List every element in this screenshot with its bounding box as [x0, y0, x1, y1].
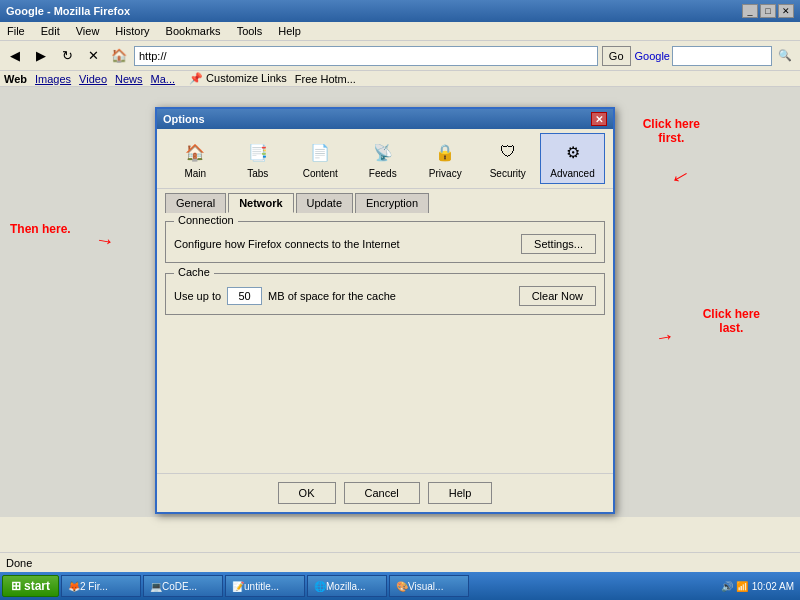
visual-icon: 🎨: [396, 581, 408, 592]
tab-general[interactable]: General: [165, 193, 226, 213]
maximize-button[interactable]: □: [760, 4, 776, 18]
menu-history[interactable]: History: [112, 24, 152, 38]
news-link[interactable]: News: [115, 73, 143, 85]
content-label: Content: [303, 168, 338, 179]
content-icon: 📄: [306, 138, 334, 166]
settings-button[interactable]: Settings...: [521, 234, 596, 254]
browser-content: Options ✕ 🏠 Main 📑 Tabs 📄 Content 📡 Feed…: [0, 87, 800, 517]
reload-button[interactable]: ↻: [56, 45, 78, 67]
tab-encryption[interactable]: Encryption: [355, 193, 429, 213]
cache-legend: Cache: [174, 266, 214, 278]
options-dialog: Options ✕ 🏠 Main 📑 Tabs 📄 Content 📡 Feed…: [155, 107, 615, 514]
status-text: Done: [6, 557, 32, 569]
back-button[interactable]: ◀: [4, 45, 26, 67]
google-search-button[interactable]: 🔍: [774, 45, 796, 67]
menu-edit[interactable]: Edit: [38, 24, 63, 38]
mozilla-icon: 🌐: [314, 581, 326, 592]
advanced-label: Advanced: [550, 168, 594, 179]
security-icon: 🛡: [494, 138, 522, 166]
main-label: Main: [184, 168, 206, 179]
clear-now-button[interactable]: Clear Now: [519, 286, 596, 306]
toolbar: ◀ ▶ ↻ ✕ 🏠 Go Google 🔍: [0, 41, 800, 71]
feeds-label: Feeds: [369, 168, 397, 179]
icon-main[interactable]: 🏠 Main: [165, 133, 226, 184]
forward-button[interactable]: ▶: [30, 45, 52, 67]
start-icon: ⊞: [11, 579, 21, 593]
dialog-tabs: General Network Update Encryption: [157, 189, 613, 213]
google-search-input[interactable]: [672, 46, 772, 66]
links-bar: Web Images Video News Ma... 📌 Customize …: [0, 71, 800, 87]
dialog-icon-bar: 🏠 Main 📑 Tabs 📄 Content 📡 Feeds 🔒 Privac…: [157, 129, 613, 189]
status-bar: Done: [0, 552, 800, 572]
connection-description: Configure how Firefox connects to the In…: [174, 238, 400, 250]
go-button[interactable]: Go: [602, 46, 631, 66]
menu-view[interactable]: View: [73, 24, 103, 38]
cancel-button[interactable]: Cancel: [344, 482, 420, 504]
address-bar[interactable]: [134, 46, 598, 66]
feeds-icon: 📡: [369, 138, 397, 166]
taskbar-item-firefox[interactable]: 🦊 2 Fir...: [61, 575, 141, 597]
system-tray: 🔊 📶: [721, 581, 748, 592]
links-label: Web: [4, 73, 27, 85]
cache-content: Use up to MB of space for the cache Clea…: [166, 274, 604, 314]
home-button[interactable]: 🏠: [108, 45, 130, 67]
taskbar-right: 🔊 📶 10:02 AM: [721, 581, 798, 592]
minimize-button[interactable]: _: [742, 4, 758, 18]
icon-tabs[interactable]: 📑 Tabs: [228, 133, 289, 184]
main-icon: 🏠: [181, 138, 209, 166]
connection-content: Configure how Firefox connects to the In…: [166, 222, 604, 262]
taskbar-item-untitled[interactable]: 📝 untitle...: [225, 575, 305, 597]
stop-button[interactable]: ✕: [82, 45, 104, 67]
taskbar-item-code[interactable]: 💻 CoDE...: [143, 575, 223, 597]
code-icon: 💻: [150, 581, 162, 592]
untitled-icon: 📝: [232, 581, 244, 592]
start-button[interactable]: ⊞ start: [2, 575, 59, 597]
browser-titlebar: Google - Mozilla Firefox _ □ ✕: [0, 0, 800, 22]
help-button[interactable]: Help: [428, 482, 493, 504]
ok-button[interactable]: OK: [278, 482, 336, 504]
images-link[interactable]: Images: [35, 73, 71, 85]
free-hotmail-link[interactable]: Free Hotm...: [295, 73, 356, 85]
cache-size-input[interactable]: [227, 287, 262, 305]
tab-update[interactable]: Update: [296, 193, 353, 213]
customize-links[interactable]: 📌 Customize Links: [189, 72, 287, 85]
taskbar: ⊞ start 🦊 2 Fir... 💻 CoDE... 📝 untitle..…: [0, 572, 800, 600]
clock: 10:02 AM: [752, 581, 794, 592]
cache-group: Cache Use up to MB of space for the cach…: [165, 273, 605, 315]
google-label: Google: [635, 50, 670, 62]
menu-tools[interactable]: Tools: [234, 24, 266, 38]
tab-network[interactable]: Network: [228, 193, 293, 213]
menu-bookmarks[interactable]: Bookmarks: [163, 24, 224, 38]
dialog-body: Connection Configure how Firefox connect…: [157, 213, 613, 473]
dialog-close-button[interactable]: ✕: [591, 112, 607, 126]
cache-prefix: Use up to: [174, 290, 221, 302]
browser-menubar: File Edit View History Bookmarks Tools H…: [0, 22, 800, 41]
icon-advanced[interactable]: ⚙ Advanced: [540, 133, 605, 184]
dialog-titlebar: Options ✕: [157, 109, 613, 129]
video-link[interactable]: Video: [79, 73, 107, 85]
menu-help[interactable]: Help: [275, 24, 304, 38]
dialog-footer: OK Cancel Help: [157, 473, 613, 512]
dialog-title: Options: [163, 113, 205, 125]
menu-file[interactable]: File: [4, 24, 28, 38]
taskbar-item-visual[interactable]: 🎨 Visual...: [389, 575, 469, 597]
tabs-label: Tabs: [247, 168, 268, 179]
title-buttons: _ □ ✕: [742, 4, 794, 18]
icon-security[interactable]: 🛡 Security: [478, 133, 539, 184]
tabs-icon: 📑: [244, 138, 272, 166]
advanced-icon: ⚙: [559, 138, 587, 166]
privacy-icon: 🔒: [431, 138, 459, 166]
more-link[interactable]: Ma...: [151, 73, 175, 85]
privacy-label: Privacy: [429, 168, 462, 179]
close-button[interactable]: ✕: [778, 4, 794, 18]
start-label: start: [24, 579, 50, 593]
google-search-area: Google 🔍: [635, 45, 796, 67]
cache-suffix: MB of space for the cache: [268, 290, 396, 302]
icon-content[interactable]: 📄 Content: [290, 133, 351, 184]
icon-privacy[interactable]: 🔒 Privacy: [415, 133, 476, 184]
browser-title: Google - Mozilla Firefox: [6, 5, 130, 17]
cache-row: Use up to MB of space for the cache: [174, 287, 396, 305]
connection-group: Connection Configure how Firefox connect…: [165, 221, 605, 263]
icon-feeds[interactable]: 📡 Feeds: [353, 133, 414, 184]
taskbar-item-mozilla[interactable]: 🌐 Mozilla...: [307, 575, 387, 597]
